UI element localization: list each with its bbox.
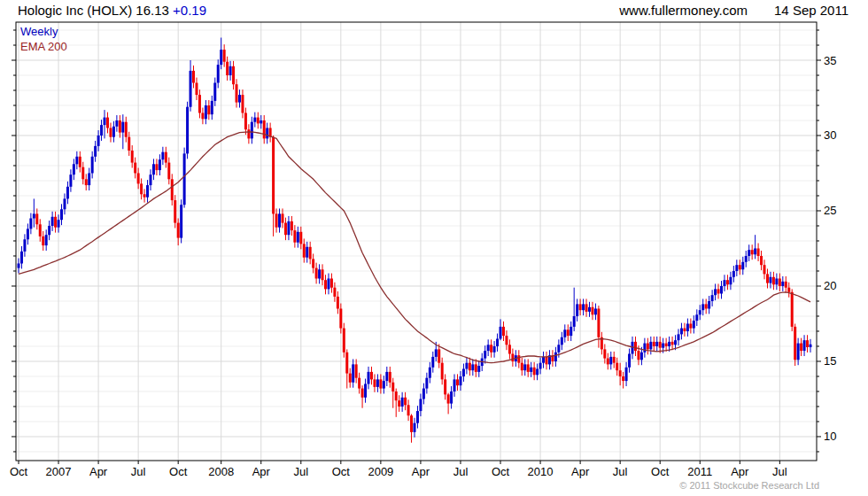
candle-body xyxy=(211,101,213,114)
candle-body xyxy=(205,105,207,119)
candle-body xyxy=(45,235,48,245)
candle-body xyxy=(195,83,198,96)
candle-body xyxy=(505,336,508,345)
x-axis-label: Apr xyxy=(89,465,108,478)
candle-body xyxy=(330,278,333,287)
candle-body xyxy=(500,327,502,339)
candle-body xyxy=(69,174,72,187)
candle-body xyxy=(232,66,235,84)
candle-body xyxy=(42,236,44,245)
candle-body xyxy=(303,244,306,257)
candle-body xyxy=(266,128,268,139)
candle-body xyxy=(213,83,216,101)
candle-body xyxy=(297,232,299,243)
candle-body xyxy=(29,218,32,229)
candle-body xyxy=(579,304,582,310)
candle-body xyxy=(343,329,345,353)
candle-body xyxy=(85,179,88,185)
candle-body xyxy=(741,262,744,269)
candle-body xyxy=(496,338,499,345)
candle-body xyxy=(79,157,81,167)
candle-body xyxy=(803,340,806,351)
candle-body xyxy=(198,95,201,112)
candle-body xyxy=(748,250,750,256)
candle-body xyxy=(597,308,600,337)
x-axis-label: Oct xyxy=(332,465,351,478)
candle-body xyxy=(352,364,354,382)
candle-body xyxy=(542,357,545,363)
candle-body xyxy=(573,316,576,327)
candle-body xyxy=(668,342,670,346)
candle-body xyxy=(278,213,281,227)
candle-body xyxy=(63,198,66,209)
candle-body xyxy=(134,163,136,174)
candle-body xyxy=(88,173,90,185)
candle-body xyxy=(640,353,643,360)
candle-body xyxy=(395,391,398,400)
candle-body xyxy=(502,327,505,336)
candle-body xyxy=(48,226,50,235)
chart-title: Hologic Inc (HOLX) 16.13 +0.19 xyxy=(18,3,206,18)
candle-body xyxy=(128,137,130,151)
candle-body xyxy=(511,353,514,360)
x-axis-label: Jul xyxy=(131,465,146,478)
candle-body xyxy=(465,363,468,369)
website-label: www.fullermoney.com xyxy=(619,3,748,18)
candle-body xyxy=(757,248,760,255)
y-axis-label: 25 xyxy=(824,204,836,217)
candle-body xyxy=(161,152,164,159)
candle-body xyxy=(404,398,407,405)
candle-body xyxy=(416,411,419,423)
candle-body xyxy=(554,353,557,361)
x-axis-label: 2008 xyxy=(208,465,234,478)
candle-body xyxy=(570,327,572,336)
candle-body xyxy=(349,374,352,383)
candle-body xyxy=(383,381,385,388)
candle-body xyxy=(723,280,725,286)
candle-body xyxy=(438,349,440,362)
candle-body xyxy=(643,344,646,353)
candle-body xyxy=(609,357,612,364)
candle-body xyxy=(561,337,563,345)
candle-body xyxy=(493,346,496,353)
x-axis-label: Jul xyxy=(613,465,628,478)
candle-body xyxy=(155,164,158,170)
candle-body xyxy=(282,213,284,222)
candle-body xyxy=(754,248,756,254)
candle-body xyxy=(94,146,97,157)
candle-body xyxy=(106,118,109,128)
x-axis-label: Apr xyxy=(571,465,590,478)
candle-body xyxy=(345,353,348,374)
candle-body xyxy=(539,363,542,369)
candle-body xyxy=(785,282,787,288)
candle-body xyxy=(469,363,471,370)
candle-body xyxy=(324,280,327,289)
x-axis-label: 2009 xyxy=(368,465,393,478)
x-axis-label: Apr xyxy=(412,465,430,478)
candle-body xyxy=(236,84,238,102)
candle-body xyxy=(180,205,182,237)
candle-body xyxy=(567,329,570,336)
x-axis-label: Oct xyxy=(169,465,188,478)
candle-body xyxy=(585,304,588,311)
candle-body xyxy=(410,415,413,432)
candle-body xyxy=(683,329,686,331)
candle-body xyxy=(487,345,490,351)
candle-body xyxy=(177,223,180,238)
candle-body xyxy=(591,307,593,314)
candle-body xyxy=(720,286,723,293)
candle-body xyxy=(201,113,204,120)
candle-body xyxy=(257,118,260,124)
x-axis-label: 2010 xyxy=(528,465,554,478)
candle-body xyxy=(389,372,391,383)
candle-body xyxy=(781,282,784,286)
candle-body xyxy=(275,213,278,227)
candle-body xyxy=(73,164,75,174)
chart-date: 14 Sep 2011 xyxy=(774,3,849,18)
candle-body xyxy=(619,370,622,376)
grid-layer xyxy=(16,22,817,461)
candle-body xyxy=(810,345,812,347)
candle-body xyxy=(536,368,539,375)
candle-body xyxy=(299,232,302,244)
candle-body xyxy=(705,304,708,308)
